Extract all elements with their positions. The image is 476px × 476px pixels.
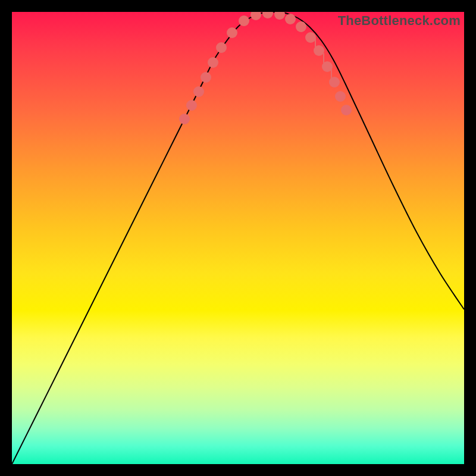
highlight-dot: [322, 61, 333, 72]
highlight-dot: [314, 45, 324, 56]
chart-overlay: [12, 12, 464, 464]
highlight-dot: [329, 77, 340, 87]
highlight-dot: [216, 42, 227, 53]
highlight-dot: [262, 12, 273, 18]
highlight-dot: [193, 86, 204, 97]
highlight-dot: [186, 100, 197, 111]
highlight-dot: [341, 105, 352, 115]
highlight-dot: [208, 57, 218, 68]
bottleneck-curve: [12, 12, 464, 464]
highlight-dot: [285, 14, 296, 24]
highlight-dot: [296, 21, 306, 32]
highlight-dot: [227, 27, 237, 38]
highlight-dot: [201, 72, 211, 83]
highlight-dot: [239, 15, 249, 26]
highlight-dot: [274, 12, 285, 20]
plot-area: TheBottleneck.com: [12, 12, 464, 464]
highlight-dot: [305, 32, 316, 43]
highlight-dot: [250, 12, 261, 20]
highlight-dot: [179, 114, 190, 124]
highlight-dot: [335, 91, 346, 102]
chart-frame: TheBottleneck.com: [0, 0, 476, 476]
highlight-dots: [179, 12, 352, 124]
